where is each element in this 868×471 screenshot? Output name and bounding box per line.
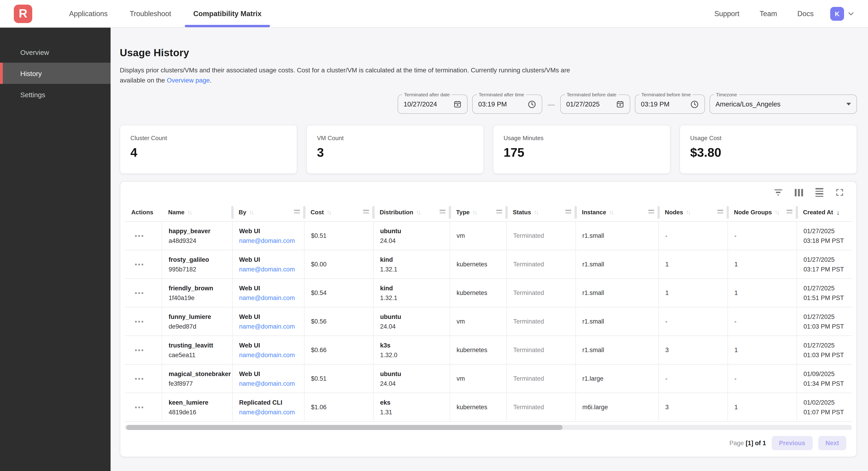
nav-item-team[interactable]: Team (750, 0, 787, 27)
by-email-link[interactable]: name@domain.com (239, 409, 304, 415)
node-groups-cell: 1 (727, 250, 797, 278)
created-date: 01/27/2025 (804, 285, 853, 292)
row-actions-icon[interactable] (135, 321, 162, 322)
column-menu-icon[interactable] (648, 210, 654, 213)
sort-arrows-icon[interactable]: ↑↓ (187, 209, 191, 216)
table-toolbar (125, 182, 852, 203)
column-menu-icon[interactable] (294, 210, 300, 213)
by-email-link[interactable]: name@domain.com (239, 351, 304, 358)
stat-value: 4 (130, 146, 286, 160)
column-label: Nodes (665, 209, 683, 216)
stat-value: 3 (317, 146, 473, 160)
column-header-by[interactable]: By↑↓ (232, 203, 304, 222)
horizontal-scrollbar-thumb[interactable] (126, 425, 562, 430)
sidebar-item-overview[interactable]: Overview (0, 41, 111, 63)
column-header-instance[interactable]: Instance↑↓ (576, 203, 658, 222)
table-row: friendly_brown1f40a19e Web UIname@domain… (125, 279, 852, 307)
by-email-link[interactable]: name@domain.com (239, 323, 304, 330)
column-menu-icon[interactable] (786, 210, 793, 213)
table-row: funny_lumierede9ed87d Web UIname@domain.… (125, 307, 852, 336)
nav-item-docs[interactable]: Docs (787, 0, 824, 27)
column-menu-icon[interactable] (496, 210, 502, 213)
calendar-icon[interactable] (616, 100, 624, 108)
column-menu-icon[interactable] (565, 210, 571, 213)
row-actions-icon[interactable] (135, 378, 162, 380)
column-header-status[interactable]: Status↑↓ (506, 203, 576, 222)
column-header-cost[interactable]: Cost↑↓ (304, 203, 373, 222)
field-value: 03:19 PM (478, 100, 507, 108)
terminated-before-date-field[interactable]: Terminated before date 01/27/2025 (560, 94, 630, 114)
by-email-link[interactable]: name@domain.com (239, 237, 304, 244)
previous-page-button[interactable]: Previous (772, 436, 812, 450)
column-header-node-groups[interactable]: Node Groups↑↓ (727, 203, 797, 222)
stat-cards: Cluster Count 4 VM Count 3 Usage Minutes… (120, 125, 857, 174)
replicated-logo[interactable]: R (14, 4, 32, 23)
clock-icon[interactable] (528, 100, 536, 109)
cluster-id: 4819de16 (168, 409, 232, 415)
sort-arrows-icon[interactable]: ↑↓ (609, 209, 613, 216)
nav-item-support[interactable]: Support (704, 0, 750, 27)
sidebar-item-history[interactable]: History (0, 63, 111, 84)
distribution-name: ubuntu (380, 370, 450, 377)
filter-icon[interactable] (774, 189, 782, 196)
sidebar-item-settings[interactable]: Settings (0, 84, 111, 105)
instance-cell: r1.small (576, 336, 658, 364)
fullscreen-icon[interactable] (836, 188, 844, 196)
column-header-created-at[interactable]: Created At↓ (797, 203, 853, 222)
column-header-name[interactable]: Name↑↓ (162, 203, 232, 222)
column-menu-icon[interactable] (717, 210, 723, 213)
column-menu-icon[interactable] (363, 210, 369, 213)
density-icon[interactable] (815, 188, 823, 197)
created-time: 01:03 PM PST (804, 351, 853, 358)
calendar-icon[interactable] (453, 100, 462, 108)
sort-arrows-icon[interactable]: ↑↓ (686, 209, 690, 216)
avatar-initial: K (835, 10, 839, 17)
sort-arrows-icon[interactable]: ↑↓ (775, 209, 779, 216)
dropdown-arrow-icon[interactable] (846, 103, 851, 106)
sort-arrows-icon[interactable]: ↑↓ (327, 209, 331, 216)
overview-page-link[interactable]: Overview page (167, 77, 210, 84)
sort-arrows-icon[interactable]: ↑↓ (534, 209, 538, 216)
row-actions-icon[interactable] (135, 349, 162, 351)
column-header-type[interactable]: Type↑↓ (450, 203, 506, 222)
avatar[interactable]: K (830, 7, 844, 21)
nav-item-compatibility-matrix[interactable]: Compatibility Matrix (182, 0, 273, 27)
horizontal-scrollbar[interactable] (125, 425, 852, 430)
by-email-link[interactable]: name@domain.com (239, 380, 304, 387)
nav-item-applications[interactable]: Applications (58, 0, 119, 27)
column-label: Distribution (380, 209, 413, 216)
field-label: Terminated before time (640, 92, 693, 97)
nodes-cell: - (658, 364, 727, 393)
column-menu-icon[interactable] (439, 210, 445, 213)
column-header-distribution[interactable]: Distribution↑↓ (373, 203, 450, 222)
stat-card-usage-minutes: Usage Minutes 175 (493, 125, 670, 174)
terminated-after-time-field[interactable]: Terminated after time 03:19 PM (472, 94, 542, 114)
timezone-select[interactable]: Timezone America/Los_Angeles (710, 94, 857, 114)
chevron-down-icon[interactable] (847, 9, 855, 18)
cluster-name: funny_lumiere (168, 313, 232, 320)
sort-arrows-icon[interactable]: ↑↓ (472, 209, 476, 216)
column-label: Node Groups (734, 209, 772, 216)
clock-icon[interactable] (690, 100, 699, 109)
next-page-button[interactable]: Next (818, 436, 846, 450)
row-actions-icon[interactable] (135, 406, 162, 408)
type-cell: kubernetes (450, 336, 506, 364)
row-actions-icon[interactable] (135, 292, 162, 294)
by-email-link[interactable]: name@domain.com (239, 266, 304, 273)
user-menu[interactable]: K (830, 7, 855, 21)
row-actions-icon[interactable] (135, 263, 162, 265)
type-cell: vm (450, 364, 506, 393)
sort-desc-icon[interactable]: ↓ (836, 208, 840, 216)
terminated-before-time-field[interactable]: Terminated before time 03:19 PM (635, 94, 705, 114)
column-label: Cost (311, 209, 324, 216)
terminated-after-date-field[interactable]: Terminated after date 10/27/2024 (398, 94, 468, 114)
cluster-id: 995b7182 (168, 266, 232, 273)
row-actions-icon[interactable] (135, 235, 162, 237)
column-header-nodes[interactable]: Nodes↑↓ (658, 203, 727, 222)
sort-arrows-icon[interactable]: ↑↓ (416, 209, 420, 216)
by-email-link[interactable]: name@domain.com (239, 294, 304, 301)
sort-arrows-icon[interactable]: ↑↓ (249, 209, 253, 216)
column-label: Actions (131, 209, 153, 216)
nav-item-troubleshoot[interactable]: Troubleshoot (119, 0, 182, 27)
columns-icon[interactable] (795, 189, 803, 196)
